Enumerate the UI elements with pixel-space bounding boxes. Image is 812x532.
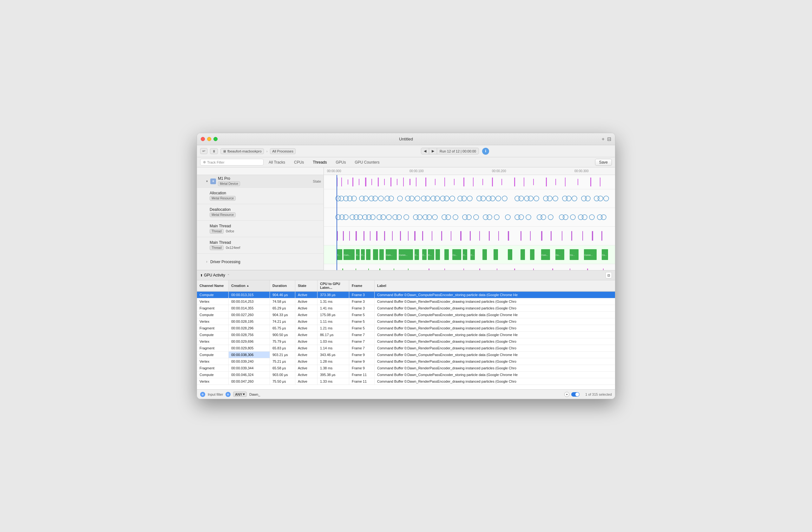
svg-rect-125 [343,231,344,241]
run-info-button[interactable]: ℹ [482,148,489,155]
tab-all-tracks[interactable]: All Tracks [265,159,289,166]
th-cpu-gpu[interactable]: CPU to GPU Laten... [318,280,349,291]
back-button[interactable]: ↩ [200,148,207,154]
svg-rect-229 [552,268,553,270]
filter-input[interactable] [249,393,275,396]
deallocation-name: Deallocation [210,207,321,212]
m1-pro-badge: Metal Device [218,181,240,186]
svg-rect-145 [508,231,509,241]
svg-rect-16 [444,178,445,187]
table-row[interactable]: Compute00:00.028,756900.50 μsActive86.17… [197,331,615,338]
svg-rect-135 [414,231,416,241]
selected-count: 1 of 315 selected [585,393,612,396]
svg-rect-3 [352,178,353,187]
svg-point-61 [490,196,495,201]
svg-point-117 [563,215,568,220]
th-creation[interactable]: Creation ▲ [229,280,270,291]
track-filter[interactable]: ⊕ Track Filter [200,159,264,165]
expand-driver[interactable]: › [205,260,209,264]
th-state[interactable]: State [295,280,318,291]
svg-point-121 [589,215,594,220]
svg-point-112 [526,215,531,220]
table-row[interactable]: Compute00:00.046,324903.00 μsActive395.3… [197,372,615,378]
table-row[interactable]: Fragment00:00.014,35565.29 μsActive1.41 … [197,305,615,312]
pause-button[interactable]: ⏸ [210,148,218,154]
svg-rect-130 [376,231,377,241]
svg-text:C...: C... [422,254,426,256]
timeline-m1-pro [324,175,615,189]
svg-text:Co...: Co... [602,254,607,256]
svg-point-44 [397,196,403,201]
filter-any-dropdown[interactable]: ANY ▾ [233,391,247,397]
expand-m1-pro[interactable]: ▾ [205,179,209,183]
svg-rect-23 [514,178,515,187]
prev-run-button[interactable]: ◀ [421,148,429,154]
svg-point-91 [386,215,391,220]
svg-rect-219 [463,268,464,270]
svg-rect-27 [555,179,556,185]
table-row[interactable]: Fragment00:00.029,80565.83 μsActive1.14 … [197,345,615,352]
tab-gpus[interactable]: GPUs [332,159,350,166]
filter-active-icon: ⊕ [226,392,231,397]
th-frame[interactable]: Frame [349,280,375,291]
driver-processing-info: Driver Processing [210,260,321,264]
svg-point-94 [404,215,409,220]
save-button[interactable]: Save [595,159,612,166]
minimize-button[interactable] [207,137,211,141]
svg-rect-126 [349,231,350,241]
svg-rect-19 [473,178,474,187]
table-row[interactable]: Vertex00:00.028,19574.21 μsActive1.11 ms… [197,318,615,325]
timeline-deallocation [324,208,615,227]
table-row[interactable]: Compute00:00.013,315904.46 μsActive373.3… [197,292,615,298]
svg-point-70 [547,196,552,201]
svg-rect-187 [521,249,525,260]
svg-rect-186 [508,249,512,260]
table-row[interactable]: Vertex00:00.047,26075.50 μsActive1.33 ms… [197,378,615,385]
th-duration[interactable]: Duration [270,280,295,291]
th-label[interactable]: Label [375,280,615,291]
device-breadcrumb[interactable]: 🖥 fbeaufort-macbookpro [220,148,264,154]
svg-point-38 [363,196,368,201]
run-text: Run 12 of 12 [440,149,460,153]
svg-rect-151 [571,231,572,241]
panel-button[interactable]: ⊟ [607,136,611,142]
add-button[interactable]: + [602,136,605,142]
table-row[interactable]: Fragment00:00.039,34465.58 μsActive1.38 … [197,365,615,372]
table-row[interactable]: Compute00:00.027,260904.33 μsActive175.0… [197,312,615,318]
thread-badge-2: Thread [210,246,223,250]
svg-rect-7 [378,178,379,187]
main-thread-1-info: Main Thread Thread 0xfce [210,224,321,234]
svg-rect-153 [592,231,593,241]
timeline-ruler-row: 00:00.000 00:00.100 00:00.200 00:00.300 [197,167,615,175]
svg-rect-137 [432,231,432,241]
ruler-mark-1: 00:00.100 [409,169,424,173]
filter-toggle-switch[interactable] [571,392,580,397]
svg-point-40 [373,196,378,201]
filter-icon: ⊕ [200,392,205,397]
svg-rect-233 [587,268,588,270]
th-channel[interactable]: Channel Name [197,280,229,291]
table-row[interactable]: Compute00:00.038,306903.21 μsActive343.4… [197,352,615,358]
play-button[interactable]: ▶ [429,148,437,154]
maximize-button[interactable] [214,137,218,141]
chevron-down-icon: ▾ [243,392,245,396]
svg-rect-235 [603,268,604,270]
svg-point-115 [548,215,553,220]
table-row[interactable]: Fragment00:00.028,29665.75 μsActive1.21 … [197,325,615,331]
close-button[interactable] [201,137,205,141]
table-row[interactable]: Vertex00:00.014,25374.58 μsActive1.31 ms… [197,298,615,305]
svg-point-53 [444,196,449,201]
filter-dot-button[interactable]: ● [564,392,569,397]
tab-gpu-counters[interactable]: GPU Counters [351,159,383,166]
svg-point-118 [570,215,575,220]
process-breadcrumb[interactable]: All Processes [270,148,295,154]
tab-threads[interactable]: Threads [309,159,331,166]
m1-pro-name: M1 Pro [218,176,313,181]
tab-cpus[interactable]: CPUs [290,159,308,166]
table-row[interactable]: Vertex00:00.029,69675.79 μsActive1.03 ms… [197,338,615,345]
timeline-content[interactable]: C... Com... C... C... Com... [324,175,615,270]
table-row[interactable]: Vertex00:00.039,24075.21 μsActive1.28 ms… [197,358,615,365]
expand-panel-button[interactable]: ⊡ [606,272,612,278]
svg-text:C...: C... [471,254,474,256]
svg-rect-22 [502,179,502,185]
